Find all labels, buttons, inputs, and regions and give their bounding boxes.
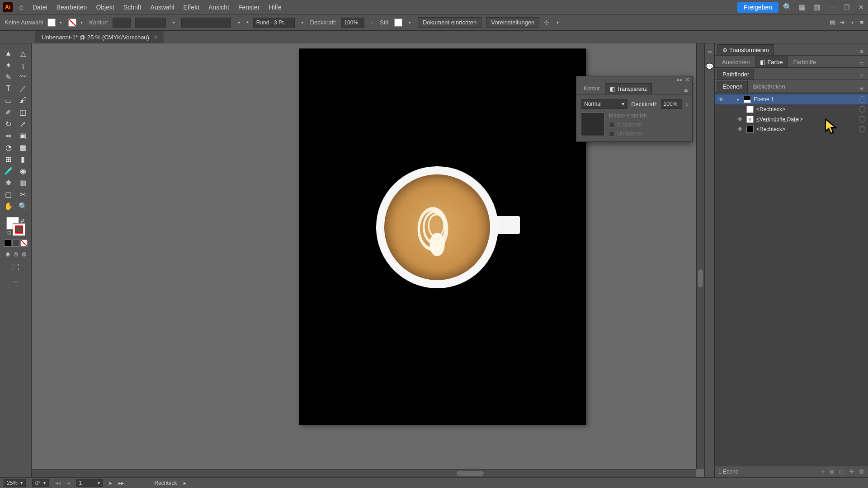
clip-checkbox[interactable]	[609, 122, 614, 127]
chevron-right-icon[interactable]: ›	[369, 19, 375, 26]
share-button[interactable]: Freigeben	[737, 2, 778, 13]
window-close-icon[interactable]: ✕	[857, 3, 865, 11]
tab-color[interactable]: ◧Farbe	[755, 56, 788, 67]
menu-hilfe[interactable]: Hilfe	[266, 2, 284, 13]
visibility-icon[interactable]: 👁	[736, 126, 744, 132]
stroke-weight-input[interactable]	[113, 18, 131, 28]
target-icon[interactable]	[859, 106, 865, 113]
tab-transparency[interactable]: ◧Transparenz	[605, 83, 652, 94]
menu-ansicht[interactable]: Ansicht	[206, 2, 232, 13]
chevron-down-icon[interactable]: ▾	[236, 19, 242, 26]
panel-toggle-icon[interactable]: ⇥	[840, 19, 844, 26]
new-layer-icon[interactable]: ✚	[849, 468, 854, 475]
menu-objekt[interactable]: Objekt	[93, 2, 117, 13]
shaper-tool-icon[interactable]: ✐	[2, 107, 15, 117]
tab-libraries[interactable]: Bibliotheken	[749, 81, 790, 92]
paintbrush-tool-icon[interactable]: 🖌	[17, 95, 29, 106]
menu-schrift[interactable]: Schrift	[121, 2, 144, 13]
direct-selection-tool-icon[interactable]: △	[17, 48, 29, 59]
layer-row-item[interactable]: 👁 <Rechteck>	[715, 124, 868, 134]
tab-pathfinder[interactable]: Pathfinder	[717, 69, 754, 80]
color-mode-solid-icon[interactable]	[4, 239, 11, 247]
scale-tool-icon[interactable]: ⤢	[17, 118, 29, 129]
zoom-tool-icon[interactable]: 🔍	[17, 201, 29, 211]
draw-inside-icon[interactable]: ◍	[20, 250, 28, 258]
slice-tool-icon[interactable]: ✂	[17, 189, 29, 200]
layer-name[interactable]: Ebene 1	[754, 96, 854, 103]
opacity-input[interactable]: 100%	[341, 18, 364, 28]
close-icon[interactable]: ×	[154, 33, 157, 41]
type-tool-icon[interactable]: T	[2, 83, 15, 94]
panel-menu-icon[interactable]: ≡	[858, 60, 865, 67]
layer-row-item[interactable]: 👁 <Verknüpfte Datei>	[715, 114, 868, 124]
artboard-tool-icon[interactable]: ▢	[2, 189, 15, 200]
menu-bearbeiten[interactable]: Bearbeiten	[54, 2, 90, 13]
edit-toolbar-icon[interactable]: ⋯	[12, 278, 19, 286]
stroke-color-icon[interactable]	[13, 223, 25, 236]
menu-auswahl[interactable]: Auswahl	[148, 2, 177, 13]
artboard-prev-icon[interactable]: ◂◂	[55, 480, 61, 486]
delete-layer-icon[interactable]: 🗑	[859, 468, 864, 475]
window-restore-icon[interactable]: ❐	[843, 3, 851, 11]
transparency-panel[interactable]: ◂◂ ✕ Kontur ◧Transparenz ≡ Normal▾ Deckk…	[576, 76, 693, 142]
opacity-input[interactable]: 100%	[661, 99, 682, 109]
chevron-down-icon[interactable]: ▾	[554, 19, 561, 26]
tab-stroke[interactable]: Kontur	[579, 83, 604, 94]
chevron-right-icon[interactable]: ›	[686, 101, 688, 108]
hand-tool-icon[interactable]: ✋	[2, 201, 15, 211]
align-to-icon[interactable]: ⊹	[544, 19, 550, 27]
artboard[interactable]	[299, 49, 586, 425]
chevron-down-icon[interactable]: ▾	[57, 19, 64, 26]
layer-name[interactable]: <Rechteck>	[756, 126, 854, 132]
rectangle-tool-icon[interactable]: ▭	[2, 95, 15, 106]
swap-fill-stroke-icon[interactable]: ⇄	[20, 218, 24, 224]
cap-profile-select[interactable]: Rund - 3 Pt.	[253, 18, 295, 28]
horizontal-scrollbar[interactable]	[32, 469, 696, 477]
target-icon[interactable]	[859, 96, 865, 103]
new-sublayer-icon[interactable]: ◫	[839, 468, 844, 475]
mesh-tool-icon[interactable]: ⊞	[2, 154, 15, 164]
gpu-preview-icon[interactable]: ▤	[830, 19, 835, 26]
disclosure-icon[interactable]: ▾	[735, 97, 741, 102]
menu-effekt[interactable]: Effekt	[180, 2, 202, 13]
artboard-next-icon[interactable]: ▸	[109, 480, 112, 486]
stroke-swatch[interactable]	[68, 19, 76, 27]
vertical-scrollbar[interactable]	[696, 43, 704, 469]
menu-fenster[interactable]: Fenster	[236, 2, 262, 13]
fill-swatch-group[interactable]: ▾	[47, 19, 64, 27]
lasso-tool-icon[interactable]: ʅ	[17, 60, 29, 70]
symbol-sprayer-tool-icon[interactable]: ❋	[2, 177, 15, 188]
chevron-down-icon[interactable]: ▾	[78, 19, 85, 26]
default-fill-stroke-icon[interactable]: ◱	[7, 230, 11, 235]
tab-layers[interactable]: Ebenen	[717, 81, 748, 92]
make-mask-button[interactable]: Maske erstellen	[609, 113, 688, 119]
status-menu-icon[interactable]: ▸	[184, 480, 186, 486]
blend-mode-select[interactable]: Normal▾	[581, 99, 627, 109]
draw-normal-icon[interactable]: ◉	[4, 250, 11, 258]
panel-menu-icon[interactable]: ≡	[858, 72, 865, 80]
chevron-down-icon[interactable]: ▾	[849, 19, 855, 26]
controlbar-menu-icon[interactable]: ≡	[860, 19, 863, 26]
graphic-style-swatch[interactable]	[394, 19, 402, 27]
fill-stroke-control[interactable]: ⇄ ◱	[6, 217, 25, 236]
invert-checkbox[interactable]	[609, 131, 614, 136]
search-icon[interactable]: 🔍	[782, 2, 793, 13]
layer-name[interactable]: <Verknüpfte Datei>	[756, 116, 854, 122]
draw-behind-icon[interactable]: ◎	[12, 250, 19, 258]
brush-definition[interactable]	[181, 18, 231, 28]
eyedropper-tool-icon[interactable]: 🧪	[2, 165, 15, 176]
layer-name[interactable]: <Rechteck>	[756, 106, 854, 113]
screen-mode-icon[interactable]: ⛶	[9, 262, 22, 273]
properties-panel-icon[interactable]: ≣	[706, 48, 714, 56]
artboard-nav-input[interactable]: 1▾	[76, 479, 103, 487]
magic-wand-tool-icon[interactable]: ✶	[2, 60, 15, 70]
artboard-prev-icon[interactable]: ◂	[67, 480, 70, 486]
layer-row-item[interactable]: <Rechteck>	[715, 104, 868, 114]
artboard-next-icon[interactable]: ▸▸	[118, 480, 124, 486]
comments-panel-icon[interactable]: 💬	[706, 62, 714, 70]
variable-width-profile[interactable]	[135, 18, 166, 28]
panel-menu-icon[interactable]: ≡	[858, 48, 865, 55]
tab-colorguide[interactable]: Farbhilfe	[788, 56, 821, 67]
make-clipping-mask-icon[interactable]: ▣	[829, 468, 835, 475]
tab-transform[interactable]: ⊕Transformieren	[717, 44, 774, 55]
